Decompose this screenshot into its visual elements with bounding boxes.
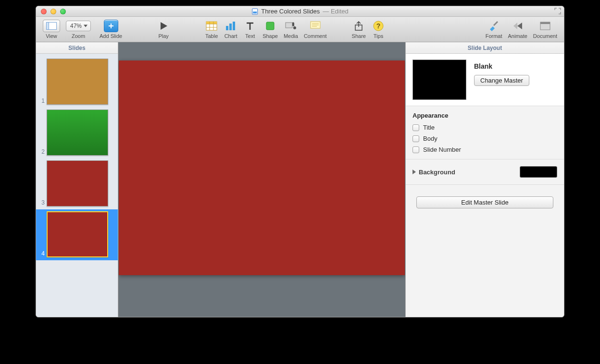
edit-master-section: Edit Master Slide: [406, 185, 564, 220]
titlebar: Three Colored Slides — Edited: [36, 6, 564, 17]
inspector-header: Slide Layout: [406, 42, 564, 54]
thumb: [47, 160, 108, 206]
view-icon: [43, 20, 60, 32]
svg-rect-3: [47, 23, 49, 30]
fullscreen-icon[interactable]: [554, 8, 561, 16]
chart-icon: [225, 20, 237, 32]
title-checkbox-row[interactable]: Title: [412, 124, 557, 131]
close-window-button[interactable]: [41, 9, 47, 14]
view-button[interactable]: View: [40, 20, 63, 39]
play-icon: [158, 20, 169, 32]
add-slide-button[interactable]: Add Slide: [97, 20, 125, 39]
body-checkbox-row[interactable]: Body: [412, 135, 557, 142]
document-icon: [251, 8, 258, 15]
svg-point-11: [293, 26, 296, 29]
plus-icon: [104, 20, 118, 32]
svg-text:?: ?: [376, 22, 381, 30]
checkbox-icon[interactable]: [412, 124, 419, 131]
slide-thumbnail-3[interactable]: 3: [36, 158, 118, 209]
slide-number: 3: [40, 199, 45, 206]
thumb: [47, 109, 108, 156]
table-icon: [206, 20, 217, 32]
current-slide[interactable]: [119, 61, 405, 275]
format-button[interactable]: Format: [483, 20, 505, 39]
app-window: Three Colored Slides — Edited View 47% Z…: [36, 6, 564, 317]
table-label: Table: [205, 33, 218, 39]
play-button[interactable]: Play: [154, 20, 173, 39]
slide-number: 2: [40, 148, 45, 155]
inspector-body: Blank Change Master Appearance Title Bod…: [406, 54, 564, 317]
view-label: View: [46, 33, 57, 39]
slide-thumbnail-2[interactable]: 2: [36, 108, 118, 158]
master-section: Blank Change Master: [406, 54, 564, 106]
maximize-window-button[interactable]: [60, 9, 66, 14]
toolbar: View 47% Zoom Add Slide Play: [36, 17, 564, 42]
slide-number-checkbox-label: Slide Number: [423, 146, 461, 153]
content-area: Slides 1 2 3 4: [36, 42, 564, 317]
body-checkbox-label: Body: [423, 135, 438, 142]
canvas-area[interactable]: [118, 42, 405, 317]
edit-master-button[interactable]: Edit Master Slide: [416, 196, 553, 208]
background-label: Background: [419, 169, 455, 176]
zoom-label: Zoom: [72, 33, 85, 39]
tips-button[interactable]: ? Tips: [369, 20, 388, 39]
chart-button[interactable]: Chart: [221, 20, 240, 39]
appearance-title: Appearance: [412, 112, 557, 119]
tips-label: Tips: [374, 33, 383, 39]
doc-title-text: Three Colored Slides: [261, 8, 320, 15]
zoom-value[interactable]: 47%: [66, 21, 91, 31]
share-button[interactable]: Share: [349, 20, 369, 39]
window-title: Three Colored Slides — Edited: [251, 8, 349, 15]
background-color-well[interactable]: [520, 166, 557, 178]
svg-rect-9: [266, 22, 274, 30]
comment-icon: [310, 20, 321, 32]
share-label: Share: [352, 33, 366, 39]
edited-label: — Edited: [323, 8, 348, 15]
animate-button[interactable]: Animate: [505, 20, 530, 39]
shape-label: Shape: [262, 33, 278, 39]
media-button[interactable]: Media: [281, 20, 301, 39]
svg-rect-8: [233, 22, 235, 30]
text-icon: [245, 20, 255, 32]
share-icon: [354, 20, 363, 32]
slide-thumbnail-1[interactable]: 1: [36, 57, 118, 108]
master-thumbnail[interactable]: [412, 60, 466, 100]
play-label: Play: [158, 33, 168, 39]
svg-rect-10: [286, 23, 292, 28]
document-button[interactable]: Document: [530, 20, 560, 39]
svg-rect-6: [226, 26, 228, 30]
comment-button[interactable]: Comment: [301, 20, 330, 39]
disclosure-triangle-icon[interactable]: [412, 170, 416, 174]
add-slide-label: Add Slide: [100, 33, 122, 39]
title-checkbox-label: Title: [423, 124, 435, 131]
table-button[interactable]: Table: [202, 20, 221, 39]
master-name: Blank: [474, 62, 557, 70]
zoom-button[interactable]: 47% Zoom: [63, 20, 94, 39]
svg-rect-5: [206, 22, 217, 24]
slide-number-checkbox-row[interactable]: Slide Number: [412, 146, 557, 153]
slide-thumbnail-4[interactable]: 4: [36, 209, 118, 260]
shape-icon: [265, 20, 275, 32]
checkbox-icon[interactable]: [412, 135, 419, 142]
background-row[interactable]: Background: [406, 159, 564, 185]
chart-label: Chart: [225, 33, 238, 39]
svg-rect-7: [229, 24, 232, 30]
thumb: [47, 211, 108, 257]
format-icon: [488, 20, 500, 32]
animate-icon: [512, 20, 524, 32]
svg-rect-17: [540, 22, 550, 24]
format-label: Format: [486, 33, 502, 39]
shape-button[interactable]: Shape: [260, 20, 281, 39]
text-label: Text: [245, 33, 255, 39]
comment-label: Comment: [304, 33, 327, 39]
slide-number: 4: [40, 250, 45, 257]
checkbox-icon[interactable]: [412, 146, 419, 153]
text-button[interactable]: Text: [240, 20, 260, 39]
document-label: Document: [533, 33, 557, 39]
change-master-button[interactable]: Change Master: [474, 75, 529, 86]
slide-list[interactable]: 1 2 3 4: [36, 54, 118, 317]
traffic-lights: [36, 9, 66, 14]
tips-icon: ?: [373, 20, 384, 32]
media-label: Media: [284, 33, 298, 39]
minimize-window-button[interactable]: [50, 9, 56, 14]
